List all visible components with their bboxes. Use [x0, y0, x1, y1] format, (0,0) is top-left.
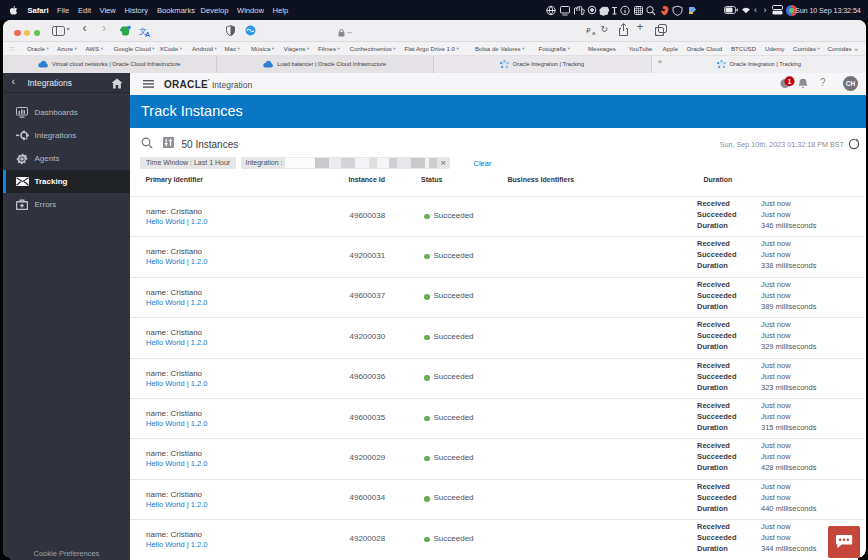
svg-text:₽: ₽ [586, 27, 591, 34]
svg-text:a: a [592, 30, 596, 35]
svg-text:1: 1 [788, 78, 792, 85]
svg-text:A: A [145, 30, 150, 37]
